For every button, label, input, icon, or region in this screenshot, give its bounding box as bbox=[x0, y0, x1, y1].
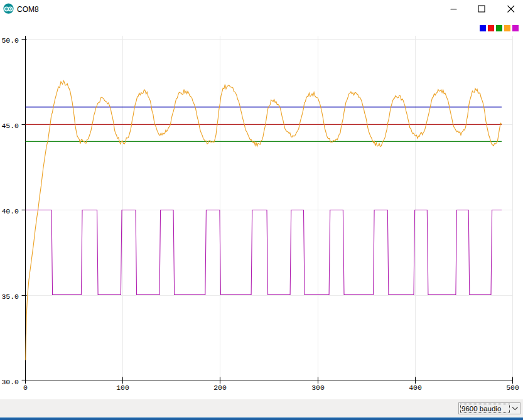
svg-text:50.0: 50.0 bbox=[1, 36, 19, 45]
svg-text:35.0: 35.0 bbox=[1, 293, 19, 301]
svg-text:0: 0 bbox=[23, 384, 28, 392]
svg-text:500: 500 bbox=[506, 384, 519, 392]
svg-text:40.0: 40.0 bbox=[1, 207, 19, 215]
svg-text:45.0: 45.0 bbox=[1, 122, 19, 130]
svg-text:300: 300 bbox=[311, 384, 325, 392]
svg-text:30.0: 30.0 bbox=[1, 378, 19, 386]
svg-text:100: 100 bbox=[116, 384, 129, 392]
svg-text:400: 400 bbox=[409, 384, 422, 392]
svg-text:200: 200 bbox=[213, 384, 227, 392]
